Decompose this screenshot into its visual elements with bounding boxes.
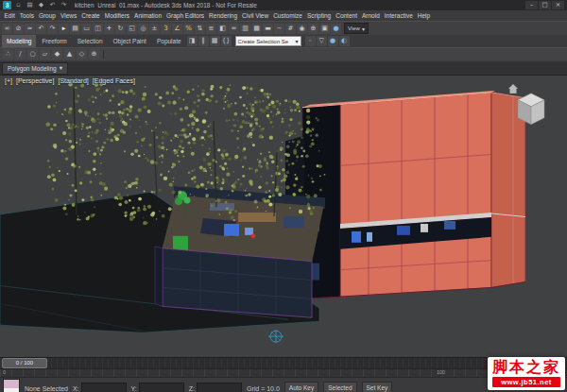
menu-item[interactable]: Help xyxy=(415,12,432,19)
select-rotate-icon[interactable]: ↻ xyxy=(115,24,126,34)
polygon-modeling-panel[interactable]: Polygon Modeling ▾ xyxy=(2,62,68,75)
menu-item[interactable]: Graph Editors xyxy=(164,12,207,19)
maxscript-mini-listener[interactable] xyxy=(3,379,20,392)
tab-modeling[interactable]: Modeling xyxy=(2,35,36,47)
border-sub-icon[interactable]: ○ xyxy=(27,49,38,60)
element-sub-icon[interactable]: ◆ xyxy=(52,49,62,60)
viewport-preset-menu[interactable]: [Standard] xyxy=(58,77,88,84)
menu-item[interactable]: Civil View xyxy=(240,12,271,19)
snap-toggle-icon[interactable]: 3 xyxy=(161,24,171,34)
menu-item[interactable]: Arnold xyxy=(359,12,382,19)
display-filter-icon[interactable]: ▽ xyxy=(317,36,327,46)
render-production-icon[interactable]: ● xyxy=(331,24,341,34)
menu-item[interactable]: Content xyxy=(334,12,360,19)
menu-item[interactable]: Customize xyxy=(271,12,305,19)
render-setup-icon[interactable]: ⊕ xyxy=(308,24,318,34)
grid-snap-icon[interactable]: ▩ xyxy=(210,36,220,46)
reference-coordinate-dropdown[interactable]: View▾ xyxy=(344,23,369,34)
symmetry-icon[interactable]: ⊕ xyxy=(89,49,99,60)
maximize-button[interactable]: □ xyxy=(539,1,551,9)
window-crossing-icon[interactable]: ◫ xyxy=(93,24,103,34)
listener-script-row[interactable] xyxy=(4,388,19,392)
tab-freeform[interactable]: Freeform xyxy=(37,35,71,47)
constraints-icon[interactable]: ◇ xyxy=(77,49,87,60)
tab-populate[interactable]: Populate xyxy=(152,35,186,47)
pivot-point-icon[interactable]: ◎ xyxy=(138,24,148,34)
building-model[interactable] xyxy=(285,91,525,299)
menu-item[interactable]: Scripting xyxy=(304,12,333,19)
select-manipulate-icon[interactable]: ± xyxy=(149,24,160,34)
menu-item[interactable]: Views xyxy=(58,12,78,19)
perspective-viewport[interactable]: [+] [Perspective] [Standard] [Edged Face… xyxy=(0,75,567,357)
tab-selection[interactable]: Selection xyxy=(73,35,108,47)
menu-item[interactable]: Group xyxy=(36,12,58,19)
menu-item[interactable]: Tools xyxy=(17,12,36,19)
kitchen-model[interactable] xyxy=(155,186,325,317)
align-tool-icon[interactable]: ∥ xyxy=(198,36,209,46)
rectangular-region-icon[interactable]: ▭ xyxy=(81,24,92,34)
close-button[interactable]: × xyxy=(552,1,564,9)
listener-macro-row[interactable] xyxy=(4,380,19,388)
layer-explorer-icon[interactable]: ▦ xyxy=(251,24,262,34)
ribbon-collapsed-row: Polygon Modeling ▾ xyxy=(0,60,567,75)
scene-explorer-icon[interactable]: ▥ xyxy=(240,24,250,34)
ribbon-panel-row: ∴∕○▱◆▲◇⊕ xyxy=(0,47,567,60)
set-key-button[interactable]: Set Key xyxy=(362,382,393,392)
tab-object-paint[interactable]: Object Paint xyxy=(109,35,151,47)
spinner-snap-icon[interactable]: ⇅ xyxy=(195,24,205,34)
app-logo-icon[interactable]: 3 xyxy=(3,1,11,9)
new-scene-icon[interactable]: ▫ xyxy=(14,1,23,9)
named-selection-set-combo[interactable]: Create Selection Se▾ xyxy=(235,36,301,46)
curve-editor-icon[interactable]: ~ xyxy=(274,24,284,34)
viewport-shading-menu[interactable]: [Edged Faces] xyxy=(93,77,135,84)
undo-quick-icon[interactable]: ↶ xyxy=(48,1,57,9)
menu-item[interactable]: Interactive xyxy=(382,12,415,19)
selected-mode-button[interactable]: Selected xyxy=(323,382,356,392)
minimize-button[interactable]: – xyxy=(525,1,538,9)
redo-icon[interactable]: ↷ xyxy=(47,24,58,34)
percent-snap-icon[interactable]: % xyxy=(183,24,194,34)
polygon-sub-icon[interactable]: ▱ xyxy=(40,49,50,60)
schematic-view-icon[interactable]: # xyxy=(285,24,296,34)
mirror-tool-icon[interactable]: ◨ xyxy=(187,36,198,46)
y-coordinate-input[interactable] xyxy=(139,383,184,392)
menu-bar: EditToolsGroupViewsCreateModifiersAnimat… xyxy=(0,10,567,21)
select-object-icon[interactable]: ▸ xyxy=(59,24,69,34)
menu-item[interactable]: Modifiers xyxy=(102,12,131,19)
bind-spacewarp-icon[interactable]: ≈ xyxy=(25,24,35,34)
rendered-frame-icon[interactable]: ▣ xyxy=(319,24,330,34)
redo-quick-icon[interactable]: ↷ xyxy=(60,1,68,9)
track-bar[interactable]: 0 100 xyxy=(0,368,567,377)
angle-snap-icon[interactable]: ∠ xyxy=(172,24,182,34)
save-file-icon[interactable]: ◆ xyxy=(37,1,45,9)
material-editor-icon[interactable]: ◉ xyxy=(297,24,307,34)
undo-icon[interactable]: ↶ xyxy=(36,24,46,34)
sets-icon[interactable]: {} xyxy=(221,36,232,46)
menu-item[interactable]: Edit xyxy=(2,12,17,19)
menu-item[interactable]: Animation xyxy=(132,12,164,19)
arnold-render-icon[interactable]: ◐ xyxy=(339,36,350,46)
auto-key-button[interactable]: Auto Key xyxy=(284,382,318,392)
open-file-icon[interactable]: ▤ xyxy=(26,1,34,9)
edge-sub-icon[interactable]: ∕ xyxy=(15,49,26,60)
isolate-selection-icon[interactable]: ◦ xyxy=(305,36,316,46)
select-move-icon[interactable]: + xyxy=(104,24,114,34)
mirror-icon[interactable]: ◧ xyxy=(217,24,228,34)
named-selection-sets-icon[interactable]: ≡ xyxy=(206,24,216,34)
select-by-name-icon[interactable]: ▤ xyxy=(70,24,80,34)
vertex-sub-icon[interactable]: ∴ xyxy=(3,49,13,60)
modify-mode-icon[interactable]: ▲ xyxy=(64,49,75,60)
unlink-icon[interactable]: ⊘ xyxy=(13,24,24,34)
z-coordinate-input[interactable] xyxy=(197,383,242,392)
select-link-icon[interactable]: ∞ xyxy=(2,24,12,34)
x-coordinate-input[interactable] xyxy=(81,383,127,392)
render-teapot-icon[interactable]: ● xyxy=(328,36,338,46)
menu-item[interactable]: Create xyxy=(79,12,103,19)
time-slider-handle[interactable]: 0 / 100 xyxy=(2,358,47,368)
menu-item[interactable]: Rendering xyxy=(207,12,240,19)
viewport-plus-menu[interactable]: [+] xyxy=(5,77,12,84)
ribbon-toggle-icon[interactable]: ▬ xyxy=(263,24,273,34)
viewport-pov-menu[interactable]: [Perspective] xyxy=(16,77,54,84)
select-scale-icon[interactable]: ◱ xyxy=(127,24,137,34)
align-icon[interactable]: = xyxy=(229,24,239,34)
